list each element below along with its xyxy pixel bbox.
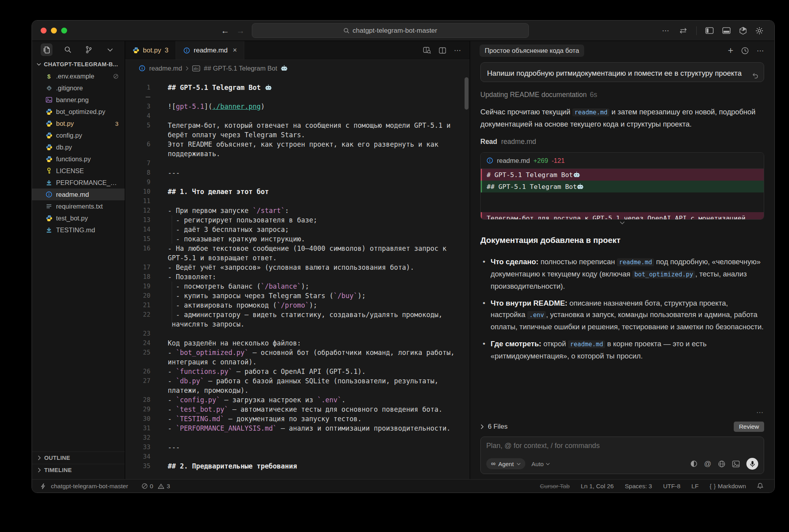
editor-line[interactable]: 4 bbox=[125, 111, 470, 121]
editor-line[interactable]: платежи, промокоды). bbox=[125, 386, 470, 395]
mention-icon[interactable]: @ bbox=[704, 460, 711, 468]
editor-line[interactable]: 5Телеграм-бот, который отвечает на сообщ… bbox=[125, 121, 470, 130]
file-item-performance-an-[interactable]: PERFORMANCE_AN... bbox=[32, 177, 125, 189]
editor-line[interactable]: берёт оплату через Telegram Stars. bbox=[125, 130, 470, 140]
review-button[interactable]: Review bbox=[734, 422, 764, 432]
file-item--gitignore[interactable]: ◆.gitignore bbox=[32, 82, 125, 94]
model-selector[interactable]: Auto bbox=[532, 461, 550, 467]
editor-line[interactable]: 28- `config.py` — загрузка настроек из `… bbox=[125, 395, 470, 405]
source-control-icon[interactable] bbox=[83, 43, 95, 56]
explorer-icon[interactable] bbox=[41, 43, 52, 56]
editor-line[interactable]: 23 bbox=[125, 329, 470, 338]
minimize-window-button[interactable] bbox=[51, 28, 57, 34]
cursor-position[interactable]: Ln 1, Col 26 bbox=[581, 483, 614, 490]
code-editor[interactable]: 1## GPT-5.1 Telegram Bot 3![gpt-5.1](./b… bbox=[125, 77, 470, 479]
file-item-testing-md[interactable]: TESTING.md bbox=[32, 224, 125, 236]
back-icon[interactable]: ← bbox=[221, 26, 229, 35]
voice-input-button[interactable] bbox=[746, 458, 758, 470]
breadcrumb-file[interactable]: readme.md bbox=[149, 65, 182, 72]
editor-line[interactable]: начислять запросы. bbox=[125, 319, 470, 329]
history-clock-icon[interactable] bbox=[741, 47, 749, 54]
file-item--env-example[interactable]: $.env.example bbox=[32, 70, 125, 82]
sync-arrows-icon[interactable] bbox=[679, 28, 688, 34]
chevron-down-icon[interactable] bbox=[104, 43, 116, 56]
file-item-config-py[interactable]: config.py bbox=[32, 129, 125, 141]
editor-more-actions-icon[interactable]: ⋯ bbox=[454, 46, 462, 55]
file-item-bot-optimized-py[interactable]: bot_optimized.py bbox=[32, 106, 125, 118]
editor-line[interactable]: 13 - регистрирует пользователя в базе; bbox=[125, 215, 470, 225]
editor-line[interactable]: 8--- bbox=[125, 168, 470, 177]
editor-line[interactable]: 22 - администратору — видеть статистику,… bbox=[125, 310, 470, 319]
editor-line[interactable]: 16- На любое текстовое сообщение (10–400… bbox=[125, 244, 470, 253]
tab-readme-md[interactable]: readme.md × bbox=[176, 41, 245, 60]
problems-indicator[interactable]: 0 3 bbox=[142, 483, 170, 490]
indentation-setting[interactable]: Spaces: 3 bbox=[625, 483, 652, 490]
editor-line[interactable]: 3![gpt-5.1](./banner.png) bbox=[125, 102, 470, 111]
file-item-bot-py[interactable]: bot.py3 bbox=[32, 118, 125, 129]
editor-line[interactable]: 29- `test_bot.py` — автоматические тесты… bbox=[125, 405, 470, 414]
diff-preview[interactable]: # GPT-5.1 Telegram Bot ## GPT-5.1 Telegr… bbox=[481, 169, 764, 219]
changed-files-row[interactable]: 6 Files Review bbox=[480, 419, 764, 434]
editor-line[interactable]: 12- При первом запуске `/start`: bbox=[125, 206, 470, 215]
file-item-license[interactable]: LICENSE bbox=[32, 165, 125, 177]
message-more-icon[interactable]: ⋯ bbox=[480, 406, 764, 418]
breadcrumb[interactable]: readme.md abc ## GPT-5.1 Telegram Bot bbox=[125, 60, 470, 77]
editor-line[interactable]: 7 bbox=[125, 159, 470, 168]
command-center-search[interactable]: chatgpt-telegram-bot-master bbox=[252, 23, 529, 38]
chat-messages[interactable]: Напиши подробную ритмидокументацию и пом… bbox=[470, 60, 774, 418]
editor-line[interactable]: 25- `bot_optimized.py` — основной бот (о… bbox=[125, 348, 470, 357]
editor-line[interactable]: 14 - даёт 3 бесплатных запроса; bbox=[125, 225, 470, 234]
more-actions-icon[interactable]: ⋯ bbox=[662, 26, 670, 35]
editor-line[interactable]: 34 bbox=[125, 452, 470, 461]
chat-input-box[interactable]: Plan, @ for context, / for commands ∞ Ag… bbox=[480, 437, 764, 474]
new-chat-icon[interactable]: + bbox=[728, 45, 733, 56]
tab-bot-py[interactable]: bot.py 3 bbox=[125, 41, 176, 60]
statusbar-project[interactable]: chatgpt-telegram-bot-master bbox=[51, 483, 128, 490]
search-tool-icon[interactable] bbox=[62, 43, 74, 56]
editor-line[interactable]: 15 - показывает краткую инструкцию. bbox=[125, 234, 470, 244]
forward-icon[interactable]: → bbox=[236, 26, 245, 35]
editor-line[interactable]: 10## 1. Что делает этот бот bbox=[125, 187, 470, 196]
toggle-sidebar-icon[interactable] bbox=[705, 27, 714, 34]
editor-line[interactable]: 24Код разделён на несколько файлов: bbox=[125, 338, 470, 348]
file-item-test-bot-py[interactable]: test_bot.py bbox=[32, 212, 125, 224]
diff-expand-chevron[interactable] bbox=[480, 221, 764, 224]
editor-line[interactable]: 20 - купить запросы через Telegram Stars… bbox=[125, 291, 470, 301]
editor-line[interactable]: 1## GPT-5.1 Telegram Bot bbox=[125, 83, 470, 92]
editor-line[interactable]: 30- `TESTING.md` — документация по запус… bbox=[125, 414, 470, 424]
zoom-window-button[interactable] bbox=[61, 28, 67, 34]
notifications-bell-icon[interactable] bbox=[757, 483, 763, 489]
editor-line[interactable]: 19 - посмотреть баланс (`/balance`); bbox=[125, 282, 470, 291]
toggle-panel-icon[interactable] bbox=[722, 27, 731, 34]
editor-line[interactable]: 11 bbox=[125, 196, 470, 206]
user-message[interactable]: Напиши подробную ритмидокументацию и пом… bbox=[480, 62, 764, 82]
file-item-functions-py[interactable]: functions.py bbox=[32, 153, 125, 165]
editor-line[interactable]: 27- `db.py` — работа с базой данных SQLi… bbox=[125, 376, 470, 386]
remote-icon[interactable] bbox=[40, 483, 46, 489]
project-header[interactable]: CHATGPT-TELEGRAM-B... bbox=[32, 58, 125, 70]
editor-line[interactable] bbox=[125, 92, 470, 102]
file-item-requirements-txt[interactable]: requirements.txt bbox=[32, 200, 125, 212]
editor-line[interactable]: 31- `PERFORMANCE_ANALYSIS.md` — анализ и… bbox=[125, 424, 470, 433]
attach-image-icon[interactable] bbox=[732, 461, 740, 467]
outline-section[interactable]: OUTLINE bbox=[32, 452, 125, 464]
diff-card[interactable]: readme.md +269 -121 # GPT-5.1 Telegram B… bbox=[480, 152, 764, 220]
breadcrumb-symbol[interactable]: ## GPT-5.1 Telegram Bot bbox=[204, 65, 277, 72]
file-item-readme-md[interactable]: readme.md bbox=[32, 189, 125, 200]
chat-more-icon[interactable]: ⋯ bbox=[757, 46, 765, 55]
split-editor-search-icon[interactable] bbox=[423, 47, 431, 54]
editor-line[interactable]: 17- Ведёт учёт «запросов» (условная валю… bbox=[125, 263, 470, 272]
timeline-section[interactable]: TIMELINE bbox=[32, 464, 125, 476]
editor-line[interactable]: 6Этот README объясняет, как устроен прое… bbox=[125, 140, 470, 149]
context-usage-icon[interactable] bbox=[690, 460, 697, 467]
editor-line[interactable]: интеграция с оплатой). bbox=[125, 357, 470, 367]
editor-line[interactable]: GPT-5.1 и возвращает ответ. bbox=[125, 253, 470, 263]
editor-line[interactable]: 26- `functions.py` — работа с OpenAI API… bbox=[125, 367, 470, 376]
file-item-db-py[interactable]: db.py bbox=[32, 141, 125, 153]
editor-line[interactable]: 18- Позволяет: bbox=[125, 272, 470, 282]
split-editor-icon[interactable] bbox=[439, 47, 446, 54]
settings-gear-icon[interactable] bbox=[755, 27, 763, 35]
web-globe-icon[interactable] bbox=[718, 460, 725, 468]
read-file-step[interactable]: Readreadme.md bbox=[480, 138, 764, 146]
close-tab-icon[interactable]: × bbox=[233, 46, 237, 54]
